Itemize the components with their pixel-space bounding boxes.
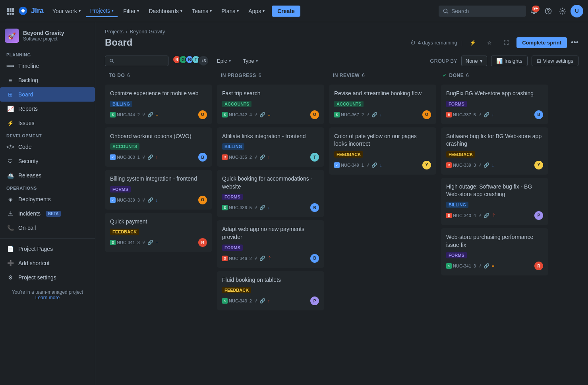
notifications-button[interactable]: 9+ xyxy=(528,5,540,17)
bug-icon: B xyxy=(446,213,452,218)
issue-id: NUC-367 xyxy=(341,112,359,117)
sidebar-item-issues[interactable]: ⚡ Issues xyxy=(0,116,95,130)
operations-section: OPERATIONS xyxy=(0,183,95,192)
chevron-down-icon: ▾ xyxy=(256,59,258,63)
grid-icon[interactable] xyxy=(5,6,16,17)
user-avatar[interactable]: U xyxy=(571,5,583,17)
card-badge: FEEDBACK xyxy=(222,287,251,293)
complete-sprint-button[interactable]: Complete sprint xyxy=(516,37,567,48)
sidebar-item-deployments[interactable]: ◈ Deployments xyxy=(0,192,95,206)
svg-rect-1 xyxy=(10,8,12,10)
board-card[interactable]: Adapt web app no new payments provider F… xyxy=(217,220,324,268)
learn-more-link[interactable]: Learn more xyxy=(35,295,60,300)
column-inprogress: IN PROGRESS 6 Fast trip search ACCOUNTS … xyxy=(217,69,324,379)
board-search-input[interactable] xyxy=(116,58,164,64)
card-title: Billing system integration - frontend xyxy=(110,175,207,183)
svg-rect-8 xyxy=(12,13,14,15)
apps-menu[interactable]: Apps ▾ xyxy=(244,6,269,17)
sidebar-item-project-pages[interactable]: 📄 Project Pages xyxy=(0,242,95,256)
priority-low-icon: ↓ xyxy=(156,198,158,202)
more-options-button[interactable]: ••• xyxy=(571,38,578,47)
sidebar-item-label: Security xyxy=(18,158,39,164)
card-assignee-avatar: R xyxy=(534,262,543,270)
board-card[interactable]: Billing system integration - frontend FO… xyxy=(105,170,212,210)
type-filter[interactable]: Type ▾ xyxy=(239,56,262,66)
board-card[interactable]: Quick booking for accommodations - websi… xyxy=(217,170,324,217)
sidebar-item-releases[interactable]: 🚢 Releases xyxy=(0,168,95,183)
sidebar-item-timeline[interactable]: ⟾ Timeline xyxy=(0,59,95,73)
priority-medium-icon: = xyxy=(492,264,494,268)
board-card[interactable]: Color of pale yellow on our pages looks … xyxy=(329,127,436,175)
help-button[interactable] xyxy=(542,5,555,17)
board-card[interactable]: Quick payment FEEDBACK S NUC-341 3 ⑂ 🔗 =… xyxy=(105,213,212,252)
star-button[interactable]: ☆ xyxy=(483,36,496,49)
card-meta: S NUC-336 5 ⑂ 🔗 ↓ B xyxy=(222,203,319,212)
teams-menu[interactable]: Teams ▾ xyxy=(188,6,216,17)
board-card[interactable]: Web-store purchasing performance issue f… xyxy=(441,228,548,275)
board-card[interactable]: Affiliate links integration - frontend B… xyxy=(217,127,324,167)
link-icon: 🔗 xyxy=(484,263,489,269)
board-card[interactable]: Onboard workout options (OWO) ACCOUNTS ✓… xyxy=(105,127,212,167)
sidebar-item-code[interactable]: </> Code xyxy=(0,140,95,154)
sidebar-item-security[interactable]: 🛡 Security xyxy=(0,154,95,168)
backlog-icon: ≡ xyxy=(6,76,14,84)
sidebar-item-incidents[interactable]: ⚠ Incidents BETA xyxy=(0,206,95,221)
branch-icon: ⑂ xyxy=(254,256,257,261)
sidebar-item-add-shortcut[interactable]: ➕ Add shortcut xyxy=(0,256,95,270)
plans-menu[interactable]: Plans ▾ xyxy=(217,6,243,17)
board-search[interactable] xyxy=(105,56,168,66)
breadcrumb-projects[interactable]: Projects xyxy=(105,29,124,35)
project-header[interactable]: 🚀 Beyond Gravity Software project xyxy=(0,22,95,49)
sidebar-item-project-settings[interactable]: ⚙ Project settings xyxy=(0,270,95,285)
group-by-select[interactable]: None ▾ xyxy=(461,56,487,66)
your-work-menu[interactable]: Your work ▾ xyxy=(48,6,85,17)
branch-icon: ⑂ xyxy=(142,112,145,117)
card-title: Quick booking for accommodations - websi… xyxy=(222,175,319,191)
card-id: B NUC-346 xyxy=(222,256,247,261)
card-id: S NUC-342 xyxy=(222,112,247,117)
priority-low-icon: ↓ xyxy=(380,112,382,117)
board-card[interactable]: Fast trip search ACCOUNTS S NUC-342 4 ⑂ … xyxy=(217,85,324,124)
board-card[interactable]: Revise and streamline booking flow ACCOU… xyxy=(329,85,436,124)
card-meta: S NUC-367 2 ⑂ 🔗 ↓ O xyxy=(334,110,431,119)
insights-button[interactable]: 📊 Insights xyxy=(491,56,528,66)
sidebar-item-oncall[interactable]: 📞 On-call xyxy=(0,221,95,235)
link-icon: 🔗 xyxy=(147,240,153,245)
board-card[interactable]: Software bug fix for BG Web-store app cr… xyxy=(441,127,548,175)
create-button[interactable]: Create xyxy=(272,6,300,17)
lightning-button[interactable]: ⚡ xyxy=(466,36,479,49)
view-settings-button[interactable]: ⊞ View settings xyxy=(532,56,578,66)
svg-rect-4 xyxy=(10,10,12,12)
board-card[interactable]: Optimize experience for mobile web BILLI… xyxy=(105,85,212,124)
epic-filter[interactable]: Epic ▾ xyxy=(213,56,235,66)
timeline-icon: ⟾ xyxy=(6,62,14,70)
jira-logo[interactable]: Jira xyxy=(17,6,44,17)
sidebar-item-board[interactable]: ⊞ Board xyxy=(0,87,95,102)
chevron-down-icon: ▾ xyxy=(237,9,239,13)
projects-menu[interactable]: Projects ▾ xyxy=(86,5,118,17)
search-input[interactable]: Search xyxy=(439,6,526,17)
filter-menu[interactable]: Filter ▾ xyxy=(119,6,143,17)
issue-id: NUC-339 xyxy=(117,198,135,202)
card-title: Optimize experience for mobile web xyxy=(110,90,207,98)
card-num: 1 xyxy=(137,155,140,160)
breadcrumb-project[interactable]: Beyond Gravity xyxy=(130,29,165,35)
card-num: 2 xyxy=(250,298,252,303)
sidebar-item-backlog[interactable]: ≡ Backlog xyxy=(0,73,95,87)
chart-icon: 📊 xyxy=(496,58,503,64)
more-members[interactable]: +3 xyxy=(198,55,209,66)
board-card[interactable]: BugFix BG Web-store app crashing FORMS B… xyxy=(441,85,548,124)
card-id: S NUC-341 xyxy=(110,240,135,245)
board-card[interactable]: High outage: Software bug fix - BG Web-s… xyxy=(441,178,548,225)
board-card[interactable]: Fluid booking on tablets FEEDBACK S NUC-… xyxy=(217,271,324,311)
fullscreen-button[interactable]: ⛶ xyxy=(500,36,513,49)
column-header-inreview: IN REVIEW 6 xyxy=(329,69,436,81)
card-meta: S NUC-343 2 ⑂ 🔗 ↑ P xyxy=(222,296,319,305)
dashboards-menu[interactable]: Dashboards ▾ xyxy=(145,6,186,17)
link-icon: 🔗 xyxy=(259,298,265,304)
notification-count: 9+ xyxy=(532,6,540,12)
sidebar-item-reports[interactable]: 📈 Reports xyxy=(0,102,95,116)
board-title: Board xyxy=(105,37,132,48)
settings-button[interactable] xyxy=(556,5,569,17)
issue-id: NUC-343 xyxy=(229,298,247,303)
